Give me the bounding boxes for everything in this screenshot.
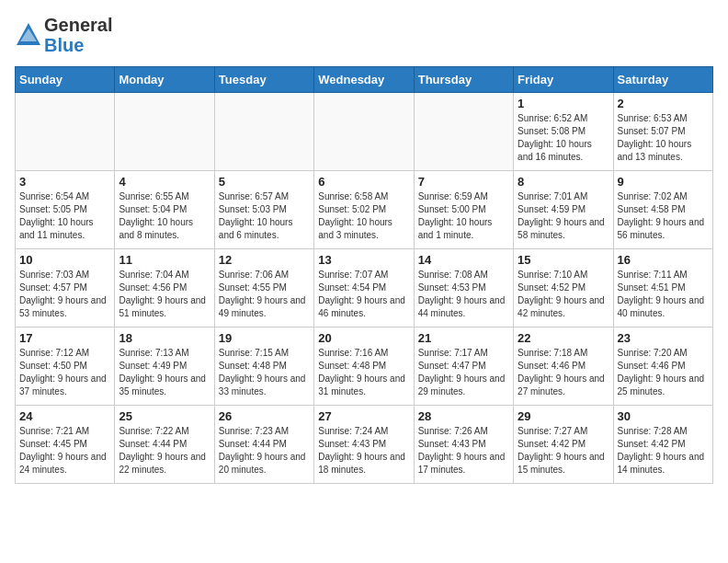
day-info: Sunrise: 6:58 AM Sunset: 5:02 PM Dayligh… <box>318 190 409 242</box>
day-number: 22 <box>518 331 609 345</box>
day-info: Sunrise: 7:22 AM Sunset: 4:44 PM Dayligh… <box>119 425 210 477</box>
logo: General Blue <box>15 15 112 55</box>
day-number: 30 <box>618 409 709 423</box>
day-cell: 12Sunrise: 7:06 AM Sunset: 4:55 PM Dayli… <box>214 249 313 327</box>
day-info: Sunrise: 7:23 AM Sunset: 4:44 PM Dayligh… <box>219 425 310 477</box>
day-info: Sunrise: 7:15 AM Sunset: 4:48 PM Dayligh… <box>219 347 310 398</box>
day-cell: 25Sunrise: 7:22 AM Sunset: 4:44 PM Dayli… <box>115 406 214 484</box>
day-number: 21 <box>418 331 509 345</box>
day-cell: 7Sunrise: 6:59 AM Sunset: 5:00 PM Daylig… <box>414 171 513 249</box>
day-number: 12 <box>219 253 310 267</box>
day-info: Sunrise: 7:02 AM Sunset: 4:58 PM Dayligh… <box>618 190 709 242</box>
day-info: Sunrise: 7:07 AM Sunset: 4:54 PM Dayligh… <box>318 269 409 320</box>
day-cell: 6Sunrise: 6:58 AM Sunset: 5:02 PM Daylig… <box>314 171 414 249</box>
calendar-table: SundayMondayTuesdayWednesdayThursdayFrid… <box>15 66 713 484</box>
day-number: 15 <box>518 253 609 267</box>
day-info: Sunrise: 7:08 AM Sunset: 4:53 PM Dayligh… <box>418 269 509 320</box>
day-info: Sunrise: 7:01 AM Sunset: 4:59 PM Dayligh… <box>518 190 609 242</box>
day-info: Sunrise: 7:13 AM Sunset: 4:49 PM Dayligh… <box>119 347 210 398</box>
day-cell: 2Sunrise: 6:53 AM Sunset: 5:07 PM Daylig… <box>613 93 712 171</box>
day-cell: 4Sunrise: 6:55 AM Sunset: 5:04 PM Daylig… <box>115 171 214 249</box>
day-number: 24 <box>19 409 110 423</box>
day-info: Sunrise: 7:26 AM Sunset: 4:43 PM Dayligh… <box>418 425 509 477</box>
day-number: 16 <box>618 253 709 267</box>
logo-text: General Blue <box>44 15 112 55</box>
day-number: 1 <box>518 97 609 110</box>
day-cell <box>314 93 414 171</box>
week-row-5: 24Sunrise: 7:21 AM Sunset: 4:45 PM Dayli… <box>16 406 713 484</box>
day-cell: 13Sunrise: 7:07 AM Sunset: 4:54 PM Dayli… <box>314 249 414 327</box>
day-info: Sunrise: 7:03 AM Sunset: 4:57 PM Dayligh… <box>19 269 110 320</box>
day-number: 5 <box>219 175 310 189</box>
day-number: 9 <box>618 175 709 189</box>
col-header-monday: Monday <box>115 67 214 93</box>
col-header-friday: Friday <box>514 67 613 93</box>
day-info: Sunrise: 7:10 AM Sunset: 4:52 PM Dayligh… <box>518 269 609 320</box>
day-number: 29 <box>518 409 609 423</box>
day-cell <box>16 93 115 171</box>
day-info: Sunrise: 7:21 AM Sunset: 4:45 PM Dayligh… <box>19 425 110 477</box>
week-row-3: 10Sunrise: 7:03 AM Sunset: 4:57 PM Dayli… <box>16 249 713 327</box>
week-row-2: 3Sunrise: 6:54 AM Sunset: 5:05 PM Daylig… <box>16 171 713 249</box>
day-cell: 9Sunrise: 7:02 AM Sunset: 4:58 PM Daylig… <box>613 171 712 249</box>
day-cell: 19Sunrise: 7:15 AM Sunset: 4:48 PM Dayli… <box>214 327 313 406</box>
day-cell <box>115 93 214 171</box>
day-cell: 18Sunrise: 7:13 AM Sunset: 4:49 PM Dayli… <box>115 327 214 406</box>
day-cell: 26Sunrise: 7:23 AM Sunset: 4:44 PM Dayli… <box>214 406 313 484</box>
day-info: Sunrise: 7:17 AM Sunset: 4:47 PM Dayligh… <box>418 347 509 398</box>
day-cell: 3Sunrise: 6:54 AM Sunset: 5:05 PM Daylig… <box>16 171 115 249</box>
day-info: Sunrise: 6:54 AM Sunset: 5:05 PM Dayligh… <box>19 190 110 242</box>
logo-icon <box>15 21 42 49</box>
week-row-4: 17Sunrise: 7:12 AM Sunset: 4:50 PM Dayli… <box>16 327 713 406</box>
day-number: 8 <box>518 175 609 189</box>
day-info: Sunrise: 7:24 AM Sunset: 4:43 PM Dayligh… <box>318 425 409 477</box>
day-number: 3 <box>19 175 110 189</box>
day-info: Sunrise: 7:28 AM Sunset: 4:42 PM Dayligh… <box>618 425 709 477</box>
day-info: Sunrise: 7:06 AM Sunset: 4:55 PM Dayligh… <box>219 269 310 320</box>
day-number: 20 <box>318 331 409 345</box>
day-number: 10 <box>19 253 110 267</box>
day-cell: 28Sunrise: 7:26 AM Sunset: 4:43 PM Dayli… <box>414 406 513 484</box>
day-cell <box>414 93 513 171</box>
day-number: 26 <box>219 409 310 423</box>
day-cell: 17Sunrise: 7:12 AM Sunset: 4:50 PM Dayli… <box>16 327 115 406</box>
day-cell: 5Sunrise: 6:57 AM Sunset: 5:03 PM Daylig… <box>214 171 313 249</box>
col-header-wednesday: Wednesday <box>314 67 414 93</box>
day-number: 13 <box>318 253 409 267</box>
day-number: 18 <box>119 331 210 345</box>
day-info: Sunrise: 7:20 AM Sunset: 4:46 PM Dayligh… <box>618 347 709 398</box>
page: General Blue SundayMondayTuesdayWednesda… <box>0 0 728 499</box>
day-info: Sunrise: 6:59 AM Sunset: 5:00 PM Dayligh… <box>418 190 509 242</box>
calendar-header-row: SundayMondayTuesdayWednesdayThursdayFrid… <box>16 67 713 93</box>
day-info: Sunrise: 6:55 AM Sunset: 5:04 PM Dayligh… <box>119 190 210 242</box>
day-cell: 24Sunrise: 7:21 AM Sunset: 4:45 PM Dayli… <box>16 406 115 484</box>
day-number: 19 <box>219 331 310 345</box>
day-cell: 16Sunrise: 7:11 AM Sunset: 4:51 PM Dayli… <box>613 249 712 327</box>
day-cell: 8Sunrise: 7:01 AM Sunset: 4:59 PM Daylig… <box>514 171 613 249</box>
day-info: Sunrise: 7:16 AM Sunset: 4:48 PM Dayligh… <box>318 347 409 398</box>
day-number: 6 <box>318 175 409 189</box>
day-number: 2 <box>618 97 709 110</box>
day-info: Sunrise: 7:04 AM Sunset: 4:56 PM Dayligh… <box>119 269 210 320</box>
day-number: 4 <box>119 175 210 189</box>
day-number: 27 <box>318 409 409 423</box>
day-number: 11 <box>119 253 210 267</box>
day-cell: 15Sunrise: 7:10 AM Sunset: 4:52 PM Dayli… <box>514 249 613 327</box>
day-info: Sunrise: 6:53 AM Sunset: 5:07 PM Dayligh… <box>618 112 709 164</box>
day-number: 7 <box>418 175 509 189</box>
day-cell: 11Sunrise: 7:04 AM Sunset: 4:56 PM Dayli… <box>115 249 214 327</box>
day-cell: 23Sunrise: 7:20 AM Sunset: 4:46 PM Dayli… <box>613 327 712 406</box>
day-cell: 22Sunrise: 7:18 AM Sunset: 4:46 PM Dayli… <box>514 327 613 406</box>
day-cell: 29Sunrise: 7:27 AM Sunset: 4:42 PM Dayli… <box>514 406 613 484</box>
col-header-sunday: Sunday <box>16 67 115 93</box>
day-cell <box>214 93 313 171</box>
day-number: 23 <box>618 331 709 345</box>
day-cell: 10Sunrise: 7:03 AM Sunset: 4:57 PM Dayli… <box>16 249 115 327</box>
day-info: Sunrise: 7:12 AM Sunset: 4:50 PM Dayligh… <box>19 347 110 398</box>
day-info: Sunrise: 6:52 AM Sunset: 5:08 PM Dayligh… <box>518 112 609 164</box>
day-cell: 14Sunrise: 7:08 AM Sunset: 4:53 PM Dayli… <box>414 249 513 327</box>
day-number: 25 <box>119 409 210 423</box>
day-cell: 21Sunrise: 7:17 AM Sunset: 4:47 PM Dayli… <box>414 327 513 406</box>
day-number: 14 <box>418 253 509 267</box>
week-row-1: 1Sunrise: 6:52 AM Sunset: 5:08 PM Daylig… <box>16 93 713 171</box>
